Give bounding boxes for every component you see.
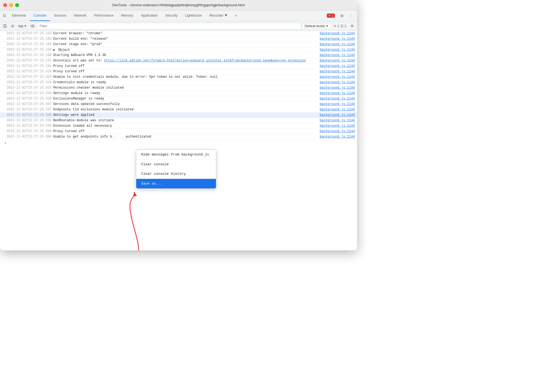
log-source-link[interactable]: background.js:1144 (316, 102, 355, 106)
log-source-link[interactable]: background.js:1144 (316, 75, 355, 79)
log-row-highlighted: 2022-12-02T15:37:25.598 Settings were ap… (0, 113, 357, 118)
filter-input[interactable] (37, 23, 301, 29)
log-source-link[interactable]: background.js:1144 (316, 91, 355, 95)
tab-lighthouse[interactable]: Lighthouse (181, 10, 206, 21)
context-menu: Hide messages from background.js Clear c… (136, 150, 216, 189)
more-options-icon[interactable]: ⋮ (347, 12, 354, 20)
settings-icon[interactable]: ⚙ (338, 12, 346, 20)
svg-marker-5 (132, 191, 137, 197)
svg-point-4 (32, 26, 33, 27)
log-source-link[interactable]: background.js:1144 (316, 119, 355, 122)
dropdown-icon: ▼ (326, 24, 329, 27)
prompt-chevron-icon: › (4, 141, 7, 145)
log-source-link[interactable]: background.js:1144 (316, 37, 355, 41)
console-prompt[interactable]: › (0, 140, 357, 146)
console-toolbar: top ▼ Default levels ▼ ✕ 1 🛈 1 ⚙ (0, 21, 357, 31)
tab-elements[interactable]: Elements (8, 10, 30, 21)
log-row: 2022-12-02T15:37:25.188 Starting AdGuard… (0, 53, 357, 58)
log-source-link[interactable]: background.js:1144 (316, 135, 355, 139)
svg-point-2 (12, 25, 13, 27)
log-row: 2022-12-02T15:37:25.165 Current build en… (0, 36, 357, 42)
clear-console-button[interactable] (2, 23, 8, 29)
cursor-icon[interactable] (1, 10, 8, 21)
window-title: DevTools - chrome-extension://hhdobjgopf… (112, 3, 245, 7)
log-row: 2022-12-02T15:37:25.184 ▶ Object backgro… (0, 47, 357, 53)
log-row: 2022-12-02T15:37:25.429 Unable to init c… (0, 74, 357, 80)
context-selector[interactable]: top ▼ (17, 24, 28, 29)
issues-count[interactable]: ✕ 1 🛈 1 (332, 24, 348, 28)
eye-icon[interactable] (29, 23, 36, 29)
log-source-link[interactable]: background.js:1144 (316, 124, 355, 128)
tab-application[interactable]: Application (137, 10, 161, 21)
log-row: 2022-12-02T15:37:25.600 Proxy turned off… (0, 129, 357, 134)
context-menu-item-hide[interactable]: Hide messages from background.js (136, 150, 216, 159)
context-menu-item-save[interactable]: Save as... (136, 179, 216, 188)
settings-console-icon[interactable] (9, 23, 16, 29)
tab-security[interactable]: Security (162, 10, 181, 21)
log-source-link[interactable]: background.js:1144 (316, 32, 355, 35)
tab-recorder[interactable]: Recorder ⚑ (206, 10, 231, 21)
tab-network[interactable]: Network (70, 10, 90, 21)
log-row: 2022-12-02T15:37:25.599 NonRoutable modu… (0, 118, 357, 123)
maximize-button[interactable] (15, 3, 19, 7)
log-row: 2022-12-02T15:37:25.191 Uninstall url wa… (0, 58, 357, 64)
devtools-tab-bar: Elements Console Sources Network Perform… (0, 10, 357, 21)
tab-more[interactable]: » (231, 10, 241, 21)
tab-memory[interactable]: Memory (117, 10, 137, 21)
context-menu-item-clear[interactable]: Clear console (136, 160, 216, 169)
log-row: 2022-12-02T15:37:25.430 ExclusionsManage… (0, 96, 357, 102)
log-source-link[interactable]: background.js:1144 (316, 53, 355, 57)
default-levels-button[interactable]: Default levels ▼ (302, 23, 331, 29)
console-settings-icon[interactable]: ⚙ (349, 23, 355, 29)
tab-right-actions: ✕ 1 ⚙ ⋮ (327, 10, 356, 21)
log-source-link[interactable]: background.js:1144 (316, 59, 355, 63)
log-source-link[interactable]: background.js:1144 (316, 80, 355, 84)
context-label: top (18, 24, 23, 28)
console-output[interactable]: 2022-12-02T15:37:25.133 Current browser:… (0, 31, 357, 250)
traffic-lights (3, 3, 19, 7)
minimize-button[interactable] (9, 3, 13, 7)
svg-line-1 (4, 25, 6, 27)
log-source-link[interactable]: background.js:1144 (316, 48, 355, 52)
log-source-link[interactable]: background.js:1144 (316, 86, 355, 90)
log-row: 2022-12-02T15:37:25.430 Settings module … (0, 91, 357, 96)
svg-point-3 (31, 25, 34, 27)
error-badge[interactable]: ✕ 1 (327, 14, 335, 18)
log-source-link[interactable]: background.js:1144 (316, 108, 355, 111)
close-button[interactable] (3, 3, 7, 7)
log-source-link[interactable]: background.js:1144 (316, 97, 355, 101)
context-dropdown-icon: ▼ (24, 24, 27, 27)
log-row: 2022-12-02T15:37:25.191 Proxy turned off… (0, 64, 357, 69)
log-source-link[interactable]: background.js:1144 (316, 42, 355, 46)
log-row: 2022-12-02T15:37:25.429 Permissions chec… (0, 85, 357, 91)
tab-performance[interactable]: Performance (90, 10, 117, 21)
log-row: 2022-12-02T15:37:25.429 Proxy turned off… (0, 69, 357, 74)
log-row: 2022-12-02T15:37:25.597 Services data up… (0, 102, 357, 107)
log-row: 2022-12-02T15:37:25.133 Current browser:… (0, 31, 357, 36)
log-row: 2022-12-02T15:37:25.597 Endpoints tld ex… (0, 107, 357, 113)
context-menu-item-clear-history[interactable]: Clear console history (136, 169, 216, 179)
log-source-link[interactable]: background.js:1144 (316, 113, 355, 117)
log-source-link[interactable]: background.js:1144 (316, 64, 355, 68)
log-source-link[interactable]: background.js:1144 (316, 129, 355, 133)
title-bar: DevTools - chrome-extension://hhdobjgopf… (0, 0, 357, 10)
uninstall-url-link[interactable]: https://link.adtidy.net/forward.html?act… (104, 59, 306, 63)
log-row: 2022-12-02T15:37:25.165 Current stage en… (0, 42, 357, 47)
log-row: 2022-12-02T15:37:25.599 Extension loaded… (0, 123, 357, 129)
log-source-link[interactable]: background.js:1144 (316, 70, 355, 73)
log-row: 2022-12-02T15:37:25.600 Unable to get en… (0, 134, 357, 140)
log-row: 2022-12-02T15:37:25.429 Credentials modu… (0, 80, 357, 85)
tab-console[interactable]: Console (30, 10, 50, 21)
tab-sources[interactable]: Sources (50, 10, 70, 21)
